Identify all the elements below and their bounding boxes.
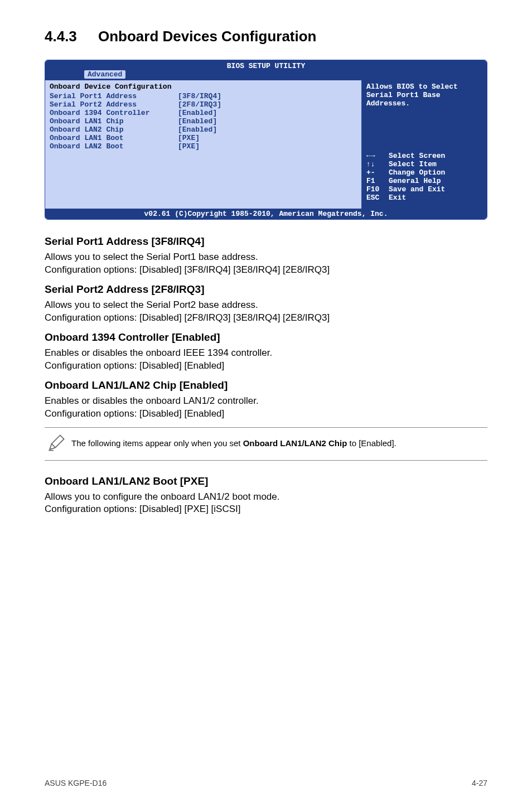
bios-tab-advanced: Advanced xyxy=(84,70,125,79)
text-line: Allows you to configure the onboard LAN1… xyxy=(45,491,280,502)
section-title: 4.4.3 Onboard Devices Configuration xyxy=(45,28,487,45)
bios-item-row: Onboard LAN1 Boot[PXE] xyxy=(50,134,357,142)
note-post: to [Enabled]. xyxy=(347,438,396,448)
bios-item-row: Onboard LAN1 Chip[Enabled] xyxy=(50,117,357,125)
footer-model: ASUS KGPE-D16 xyxy=(45,779,107,787)
bios-left-panel: Onboard Device Configuration Serial Port… xyxy=(45,80,362,209)
bios-item-key: Serial Port2 Address xyxy=(50,100,178,109)
bios-key: ESC xyxy=(366,194,389,202)
bios-right-panel: Allows BIOS to Select Serial Port1 Base … xyxy=(362,80,487,209)
note-box: The following items appear only when you… xyxy=(45,427,487,461)
section-number: 4.4.3 xyxy=(45,28,98,45)
bios-item-key: Onboard 1394 Controller xyxy=(50,109,178,117)
note-text: The following items appear only when you… xyxy=(71,438,396,449)
bios-key-desc: Save and Exit xyxy=(389,185,445,194)
bios-header: BIOS SETUP UTILITY Advanced xyxy=(45,60,487,80)
bios-item-key: Onboard LAN2 Boot xyxy=(50,142,178,151)
bios-item-row: Serial Port1 Address[3F8/IRQ4] xyxy=(50,92,357,100)
subheading-serial-port1: Serial Port1 Address [3F8/IRQ4] xyxy=(45,235,487,248)
text-line: Configuration options: [Disabled] [PXE] … xyxy=(45,504,241,514)
bios-item-val: [PXE] xyxy=(178,134,200,142)
text-line: Configuration options: [Disabled] [Enabl… xyxy=(45,360,224,371)
bios-item-val: [PXE] xyxy=(178,142,200,151)
pen-icon xyxy=(47,433,71,455)
bios-copyright: v02.61 (C)Copyright 1985-2010, American … xyxy=(45,209,487,219)
bios-help-line: Serial Port1 Base xyxy=(366,91,482,99)
bios-panel-title: Onboard Device Configuration xyxy=(50,83,357,91)
bios-item-key: Onboard LAN1 Boot xyxy=(50,134,178,142)
bios-key-desc: Select Screen xyxy=(389,152,445,160)
bios-item-key: Onboard LAN1 Chip xyxy=(50,117,178,125)
text-line: Configuration options: [Disabled] [2F8/I… xyxy=(45,312,330,323)
bios-item-val: [Enabled] xyxy=(178,125,217,134)
text-line: Allows you to select the Serial Port2 ba… xyxy=(45,299,258,310)
bios-keys-legend: ←→Select Screen ↑↓Select Item +-Change O… xyxy=(366,152,482,202)
page-footer: ASUS KGPE-D16 4-27 xyxy=(45,779,487,787)
body-text: Enables or disables the onboard IEEE 139… xyxy=(45,347,487,373)
bios-key-desc: Exit xyxy=(389,194,406,202)
bios-item-val: [Enabled] xyxy=(178,117,217,125)
bios-key-desc: Select Item xyxy=(389,160,437,168)
subheading-onboard-1394: Onboard 1394 Controller [Enabled] xyxy=(45,331,487,344)
bios-key: F10 xyxy=(366,185,389,194)
bios-key: ←→ xyxy=(366,152,389,160)
section-heading: Onboard Devices Configuration xyxy=(98,28,317,45)
body-text: Allows you to select the Serial Port1 ba… xyxy=(45,251,487,277)
text-line: Enables or disables the onboard LAN1/2 c… xyxy=(45,395,259,406)
bios-item-row: Serial Port2 Address[2F8/IRQ3] xyxy=(50,100,357,109)
bios-item-row: Onboard LAN2 Boot[PXE] xyxy=(50,142,357,151)
text-line: Allows you to select the Serial Port1 ba… xyxy=(45,252,258,262)
bios-help-text: Allows BIOS to Select Serial Port1 Base … xyxy=(366,83,482,108)
bios-title: BIOS SETUP UTILITY xyxy=(45,62,487,70)
body-text: Allows you to configure the onboard LAN1… xyxy=(45,491,487,516)
body-text: Allows you to select the Serial Port2 ba… xyxy=(45,299,487,325)
footer-page-number: 4-27 xyxy=(472,779,487,787)
note-bold: Onboard LAN1/LAN2 Chip xyxy=(243,438,347,448)
svg-line-0 xyxy=(52,443,56,447)
bios-item-val: [Enabled] xyxy=(178,109,217,117)
bios-screenshot: BIOS SETUP UTILITY Advanced Onboard Devi… xyxy=(45,60,487,220)
bios-help-line: Addresses. xyxy=(366,99,482,108)
bios-key: +- xyxy=(366,168,389,177)
body-text: Enables or disables the onboard LAN1/2 c… xyxy=(45,395,487,421)
bios-key: ↑↓ xyxy=(366,160,389,168)
text-line: Configuration options: [Disabled] [3F8/I… xyxy=(45,264,330,275)
bios-help-line: Allows BIOS to Select xyxy=(366,83,482,91)
bios-item-val: [3F8/IRQ4] xyxy=(178,92,221,100)
subheading-onboard-lan-boot: Onboard LAN1/LAN2 Boot [PXE] xyxy=(45,475,487,487)
bios-item-row: Onboard LAN2 Chip[Enabled] xyxy=(50,125,357,134)
bios-item-key: Serial Port1 Address xyxy=(50,92,178,100)
text-line: Configuration options: [Disabled] [Enabl… xyxy=(45,408,224,419)
bios-key-desc: General Help xyxy=(389,177,441,185)
note-pre: The following items appear only when you… xyxy=(71,438,243,448)
subheading-serial-port2: Serial Port2 Address [2F8/IRQ3] xyxy=(45,283,487,296)
bios-item-key: Onboard LAN2 Chip xyxy=(50,125,178,134)
bios-key-desc: Change Option xyxy=(389,168,445,177)
bios-item-row: Onboard 1394 Controller[Enabled] xyxy=(50,109,357,117)
bios-item-val: [2F8/IRQ3] xyxy=(178,100,221,109)
bios-key: F1 xyxy=(366,177,389,185)
text-line: Enables or disables the onboard IEEE 139… xyxy=(45,347,272,358)
subheading-onboard-lan-chip: Onboard LAN1/LAN2 Chip [Enabled] xyxy=(45,379,487,392)
